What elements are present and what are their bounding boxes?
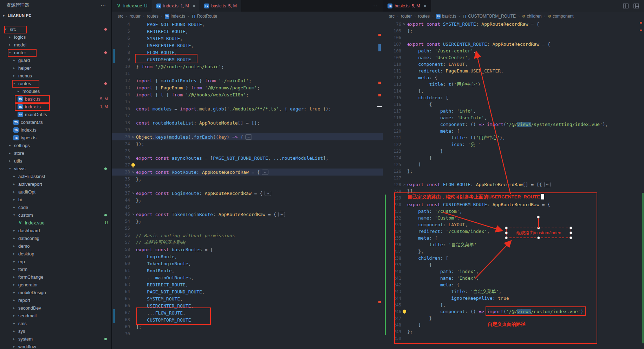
- tree-item-menus[interactable]: ▸menus: [0, 72, 111, 80]
- code-line-242[interactable]: 242 meta: {: [383, 281, 644, 288]
- code-line-108[interactable]: 108 path: '/user-center',: [383, 47, 644, 54]
- tree-item-desktop[interactable]: ▸desktop: [0, 250, 111, 258]
- tree-item-sendmail[interactable]: ▸sendmail: [0, 312, 111, 319]
- code-line-107[interactable]: 107export const USERCENTER_ROUTE: AppRou…: [383, 41, 644, 47]
- code-line-58[interactable]: 58export const basicRoutes = [: [112, 246, 383, 253]
- tree-item-index.vue[interactable]: Vindex.vueU: [0, 219, 111, 227]
- code-line-247[interactable]: 247 }: [383, 315, 644, 322]
- code-line-235[interactable]: 235 meta: {: [383, 235, 644, 241]
- code-line-113[interactable]: 113 title: t('用户中心'): [383, 81, 644, 88]
- tree-item-secondDev[interactable]: ▸secondDev: [0, 304, 111, 312]
- code-line-126[interactable]: 126};: [383, 168, 644, 174]
- code-line-248[interactable]: 248 ]: [383, 322, 644, 328]
- code-line-10[interactable]: 10} from '/@/router/routes/basic';: [112, 63, 383, 70]
- code-line-238[interactable]: 238 children: [: [383, 255, 644, 261]
- breadcrumb-item-router[interactable]: router: [130, 14, 141, 19]
- tree-item-utils[interactable]: ▸utils: [0, 157, 111, 165]
- tree-item-store[interactable]: ▸store: [0, 149, 111, 157]
- code-line-35[interactable]: 35};: [112, 176, 383, 183]
- code-line-240[interactable]: 240 path: 'index',: [383, 268, 644, 275]
- tree-item-sys[interactable]: ▸sys: [0, 327, 111, 335]
- code-line-229[interactable]: 229: [383, 195, 644, 201]
- code-line-239[interactable]: 239 {: [383, 261, 644, 268]
- code-line-118[interactable]: 118 name: 'UserInfo',: [383, 114, 644, 121]
- code-line-244[interactable]: 244 ignoreKeepAlive: true: [383, 295, 644, 302]
- fold-chevron-icon[interactable]: >: [130, 170, 136, 174]
- code-line-17[interactable]: 17: [112, 112, 383, 119]
- tab-index.vue[interactable]: Vindex.vueU: [112, 0, 152, 12]
- tree-item-index.ts[interactable]: TSindex.ts: [0, 126, 111, 134]
- fold-chevron-icon[interactable]: >: [401, 22, 407, 26]
- breadcrumb-item-src[interactable]: src: [118, 14, 123, 19]
- code-line-64[interactable]: 64 PAGE_NOT_FOUND_ROUTE,: [112, 288, 383, 295]
- code-line-26[interactable]: 26export const asyncRoutes = [PAGE_NOT_F…: [112, 154, 383, 161]
- breadcrumb-item-routes[interactable]: routes: [147, 14, 158, 19]
- code-line-45[interactable]: 45: [112, 204, 383, 211]
- code-line-25[interactable]: 25: [112, 147, 383, 154]
- breadcrumb-item-router[interactable]: router: [401, 14, 412, 19]
- code-editor[interactable]: 4 PAGE_NOT_FOUND_ROUTE,5 REDIRECT_ROUTE,…: [112, 21, 383, 349]
- code-line-237[interactable]: 237 },: [383, 248, 644, 255]
- code-line-5[interactable]: 5 REDIRECT_ROUTE,: [112, 28, 383, 35]
- code-line-117[interactable]: 117 path: 'info',: [383, 108, 644, 114]
- code-line-57[interactable]: 57// 未经许可的基本路由: [112, 239, 383, 246]
- code-line-69[interactable]: 69];: [112, 323, 383, 330]
- code-line-109[interactable]: 109 name: 'UserCenter',: [383, 54, 644, 61]
- code-line-8[interactable]: 8 FLOW_ROUTE,: [112, 49, 383, 56]
- code-line-234[interactable]: 234 redirect: '/custom/index',: [383, 228, 644, 235]
- tree-item-formChange[interactable]: ▸formChange: [0, 273, 111, 281]
- customize-layout-icon[interactable]: [633, 4, 639, 8]
- code-line-70[interactable]: 70: [112, 330, 383, 337]
- tree-item-sms[interactable]: ▸sms: [0, 319, 111, 327]
- code-line-112[interactable]: 112 meta: {: [383, 74, 644, 81]
- code-line-12[interactable]: 12import { mainOutRoutes } from './mainO…: [112, 77, 383, 84]
- code-line-37[interactable]: 37>export const LoginRoute: AppRouteReco…: [112, 190, 383, 197]
- code-line-127[interactable]: 127: [383, 174, 644, 181]
- code-line-18[interactable]: 18const routeModuleList: AppRouteModule[…: [112, 119, 383, 126]
- code-line-24[interactable]: 24});: [112, 140, 383, 147]
- more-actions-icon[interactable]: ⋯: [100, 2, 106, 8]
- code-line-122[interactable]: 122 icon: '웃 ': [383, 141, 644, 148]
- code-line-7[interactable]: 7 USERCENTER_ROUTE,: [112, 42, 383, 49]
- code-line-125[interactable]: 125 ]: [383, 161, 644, 168]
- tree-item-index.ts[interactable]: TSindex.ts1, M: [0, 103, 111, 110]
- code-line-68[interactable]: 68 CUSTOMFORM_ROUTE: [112, 316, 383, 323]
- breadcrumb-item-children[interactable]: ⚙children: [522, 14, 542, 19]
- code-line-231[interactable]: 231 path: '/custom',: [383, 208, 644, 215]
- code-line-67[interactable]: 67 ...FLOW_ROUTE,: [112, 309, 383, 316]
- tree-item-mainOut.ts[interactable]: TSmainOut.ts: [0, 110, 111, 118]
- code-line-4[interactable]: 4 PAGE_NOT_FOUND_ROUTE,: [112, 21, 383, 28]
- breadcrumb-item-index.ts[interactable]: TSindex.ts: [165, 14, 185, 19]
- code-line-63[interactable]: 63 REDIRECT_ROUTE,: [112, 281, 383, 288]
- tree-item-routes[interactable]: ▾routes: [0, 80, 111, 87]
- code-line-44[interactable]: 44};: [112, 197, 383, 204]
- tree-item-auditOpt[interactable]: ▸auditOpt: [0, 188, 111, 196]
- breadcrumb-item-src[interactable]: src: [389, 14, 395, 19]
- code-line-11[interactable]: 11: [112, 70, 383, 77]
- tree-item-generator[interactable]: ▸generator: [0, 281, 111, 288]
- lightbulb-icon[interactable]: [131, 163, 135, 167]
- code-line-121[interactable]: 121 title: t('用户中心'),: [383, 134, 644, 141]
- code-line-236[interactable]: 236 title: '自定义菜单': [383, 241, 644, 248]
- tree-item-actHiTaskinst[interactable]: ▸actHiTaskinst: [0, 172, 111, 180]
- code-line-46[interactable]: 46>export const TokenLoginRoute: AppRout…: [112, 211, 383, 218]
- code-line-119[interactable]: 119 component: () => import('/@/views/sy…: [383, 121, 644, 128]
- fold-chevron-icon[interactable]: >: [130, 135, 136, 139]
- tree-item-custom[interactable]: ▾custom: [0, 211, 111, 219]
- fold-chevron-icon[interactable]: >: [401, 182, 407, 187]
- code-line-232[interactable]: 232 name: 'Custom',: [383, 215, 644, 221]
- code-line-230[interactable]: 230export const CUSTOMFORM_ROUTE: AppRou…: [383, 201, 644, 208]
- code-line-27[interactable]: 27: [112, 161, 383, 169]
- breadcrumb-item-RootRoute[interactable]: []RootRoute: [191, 14, 217, 19]
- code-line-6[interactable]: 6 SYSTEM_ROUTE,: [112, 35, 383, 42]
- code-line-120[interactable]: 120 meta: {: [383, 128, 644, 134]
- code-line-16[interactable]: 16const modules = import.meta.glob('./mo…: [112, 105, 383, 112]
- code-line-245[interactable]: 245 },: [383, 302, 644, 308]
- code-line-61[interactable]: 61 RootRoute,: [112, 267, 383, 274]
- tree-item-modules[interactable]: ▸modules: [0, 87, 111, 95]
- tree-item-dashboard[interactable]: ▸dashboard: [0, 227, 111, 234]
- tree-item-basic.ts[interactable]: TSbasic.ts5, M: [0, 95, 111, 103]
- tree-item-activereport[interactable]: ▸activereport: [0, 180, 111, 188]
- close-icon[interactable]: ×: [193, 3, 195, 9]
- tree-item-settings[interactable]: ▸settings: [0, 141, 111, 149]
